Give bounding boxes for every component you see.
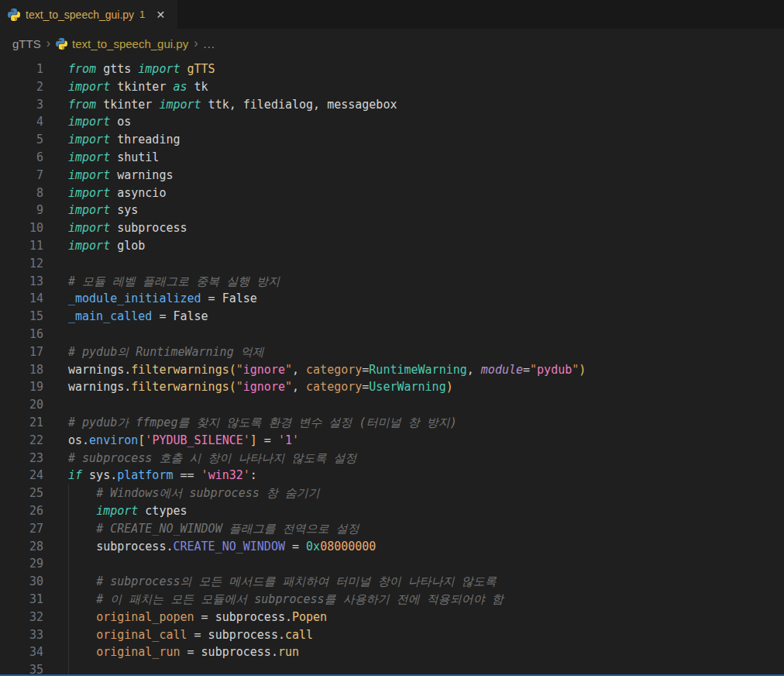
code-line[interactable]: 5import threading <box>0 131 784 149</box>
line-number[interactable]: 6 <box>0 149 43 167</box>
line-number[interactable]: 10 <box>0 219 43 237</box>
line-number[interactable]: 22 <box>0 432 43 450</box>
code-line[interactable]: 34 original_run = subprocess.run <box>0 643 784 661</box>
code-line-content: original_run = subprocess.run <box>68 643 299 661</box>
code-token: original_popen <box>96 610 194 624</box>
code-line[interactable]: 31 # 이 패치는 모든 모듈에서 subprocess를 사용하기 전에 적… <box>0 591 784 609</box>
code-token: # 이 패치는 모든 모듈에서 subprocess를 사용하기 전에 적용되어… <box>96 592 504 606</box>
close-icon[interactable]: ✕ <box>153 7 168 22</box>
code-token: = <box>257 433 278 447</box>
line-number[interactable]: 7 <box>0 167 43 185</box>
line-number[interactable]: 25 <box>0 485 43 502</box>
code-token: import <box>138 62 180 76</box>
line-number[interactable]: 17 <box>0 343 43 361</box>
line-number[interactable]: 21 <box>0 414 43 432</box>
line-number[interactable]: 26 <box>0 502 43 520</box>
breadcrumb-folder[interactable]: gTTS <box>12 37 41 50</box>
code-line[interactable]: 7import warnings <box>0 167 784 185</box>
code-token <box>68 486 96 500</box>
code-token: from <box>68 62 96 76</box>
code-area[interactable]: 1from gtts import gTTS2import tkinter as… <box>0 58 784 676</box>
code-token: = subprocess. <box>181 645 278 659</box>
code-line[interactable]: 24if sys.platform == 'win32': <box>0 467 784 485</box>
code-line[interactable]: 20 <box>0 396 784 414</box>
code-line[interactable]: 6import shutil <box>0 149 784 167</box>
line-number[interactable]: 12 <box>0 255 43 273</box>
code-line[interactable]: 23# subprocess 호출 시 창이 나타나지 않도록 설정 <box>0 450 784 467</box>
line-number[interactable]: 18 <box>0 361 43 379</box>
code-line[interactable]: 13# 모듈 레벨 플래그로 중복 실행 방지 <box>0 273 784 291</box>
line-number[interactable]: 13 <box>0 273 43 291</box>
code-token: os. <box>68 433 89 447</box>
code-token: ctypes <box>138 504 187 518</box>
code-line[interactable]: 14_module_initialized = False <box>0 290 784 308</box>
code-line[interactable]: 11import glob <box>0 237 784 255</box>
breadcrumb-file[interactable]: text_to_speech_gui.py <box>72 37 188 50</box>
line-number[interactable]: 4 <box>0 113 43 131</box>
code-token: from <box>68 98 96 112</box>
line-number[interactable]: 29 <box>0 555 43 573</box>
chevron-right-icon: › <box>194 36 198 50</box>
code-token: ) <box>446 380 453 394</box>
code-line[interactable]: 32 original_popen = subprocess.Popen <box>0 609 784 626</box>
line-number[interactable]: 3 <box>0 96 43 114</box>
code-line[interactable]: 21# pydub가 ffmpeg를 찾지 않도록 환경 변수 설정 (터미널 … <box>0 414 784 432</box>
line-number[interactable]: 27 <box>0 520 43 538</box>
line-number[interactable]: 14 <box>0 290 43 308</box>
indent-guide-line <box>68 555 69 573</box>
code-line[interactable]: 9import sys <box>0 202 784 219</box>
code-line[interactable]: 30 # subprocess의 모든 메서드를 패치하여 터미널 창이 나타나… <box>0 573 784 591</box>
line-number[interactable]: 19 <box>0 378 43 396</box>
line-number[interactable]: 28 <box>0 538 43 556</box>
code-line[interactable]: 19warnings.filterwarnings("ignore", cate… <box>0 378 784 396</box>
line-number[interactable]: 15 <box>0 308 43 326</box>
indent-guide-line <box>68 591 69 609</box>
line-number[interactable]: 11 <box>0 237 43 255</box>
code-line-content: import glob <box>68 237 145 255</box>
code-line[interactable]: 15_main_called = False <box>0 308 784 326</box>
code-line[interactable]: 27 # CREATE_NO_WINDOW 플래그를 전역으로 설정 <box>0 520 784 538</box>
code-line[interactable]: 2import tkinter as tk <box>0 78 784 96</box>
code-line[interactable]: 33 original_call = subprocess.call <box>0 626 784 644</box>
line-number[interactable]: 23 <box>0 450 43 467</box>
code-token: = subprocess. <box>187 628 285 642</box>
code-token: import <box>68 150 110 164</box>
code-line[interactable]: 25 # Windows에서 subprocess 창 숨기기 <box>0 485 784 502</box>
code-token <box>68 540 96 554</box>
code-line[interactable]: 18warnings.filterwarnings("ignore", cate… <box>0 361 784 379</box>
line-number[interactable]: 31 <box>0 591 43 609</box>
code-line-content: import asyncio <box>68 185 166 202</box>
code-line[interactable]: 4import os <box>0 113 784 131</box>
code-token <box>68 574 96 588</box>
code-token: # subprocess 호출 시 창이 나타나지 않도록 설정 <box>68 451 357 465</box>
line-number[interactable]: 5 <box>0 131 43 149</box>
line-number[interactable]: 33 <box>0 626 43 644</box>
code-line[interactable]: 10import subprocess <box>0 219 784 237</box>
code-line[interactable]: 8import asyncio <box>0 185 784 202</box>
line-number[interactable]: 16 <box>0 326 43 343</box>
breadcrumb-more[interactable]: ... <box>203 37 215 50</box>
code-token: = <box>362 380 369 394</box>
line-number[interactable]: 34 <box>0 643 43 661</box>
line-number[interactable]: 2 <box>0 78 43 96</box>
line-number[interactable]: 30 <box>0 573 43 591</box>
line-number[interactable]: 1 <box>0 60 43 78</box>
line-number[interactable]: 8 <box>0 185 43 202</box>
code-line[interactable]: 3from tkinter import ttk, filedialog, me… <box>0 96 784 114</box>
code-line[interactable]: 12 <box>0 255 784 273</box>
code-line[interactable]: 16 <box>0 326 784 343</box>
code-token: 1 <box>285 433 292 447</box>
code-line[interactable]: 26 import ctypes <box>0 502 784 520</box>
code-line[interactable]: 17# pydub의 RuntimeWarning 억제 <box>0 343 784 361</box>
line-number[interactable]: 24 <box>0 467 43 485</box>
line-number[interactable]: 9 <box>0 202 43 219</box>
code-line[interactable]: 28 subprocess.CREATE_NO_WINDOW = 0x08000… <box>0 538 784 556</box>
code-line[interactable]: 22os.environ['PYDUB_SILENCE'] = '1' <box>0 432 784 450</box>
python-icon <box>8 9 20 21</box>
code-line[interactable]: 1from gtts import gTTS <box>0 60 784 78</box>
tab-text-to-speech-gui[interactable]: text_to_speech_gui.py 1 ✕ <box>0 0 177 29</box>
code-line[interactable]: 29 <box>0 555 784 573</box>
line-number[interactable]: 20 <box>0 396 43 414</box>
indent-guide-line <box>68 520 69 538</box>
line-number[interactable]: 32 <box>0 609 43 626</box>
